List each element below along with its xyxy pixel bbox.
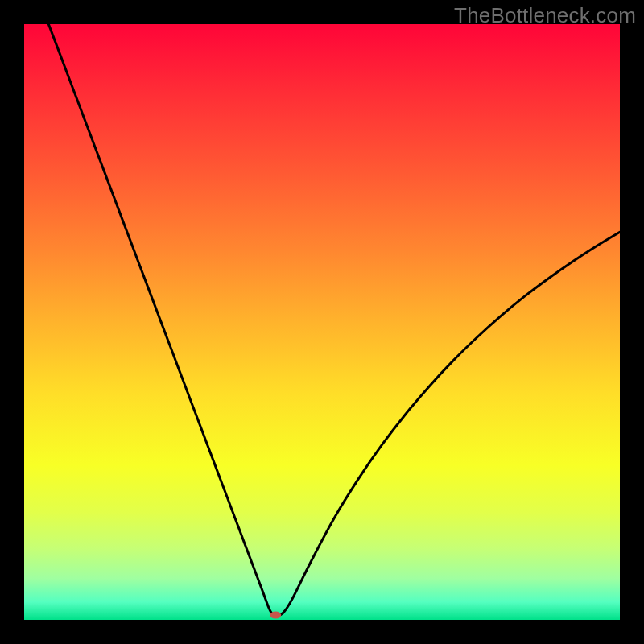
- chart-frame: TheBottleneck.com: [0, 0, 644, 644]
- chart-svg: [24, 24, 620, 620]
- gradient-background: [24, 24, 620, 620]
- plot-area: [24, 24, 620, 620]
- minimum-marker: [270, 612, 281, 619]
